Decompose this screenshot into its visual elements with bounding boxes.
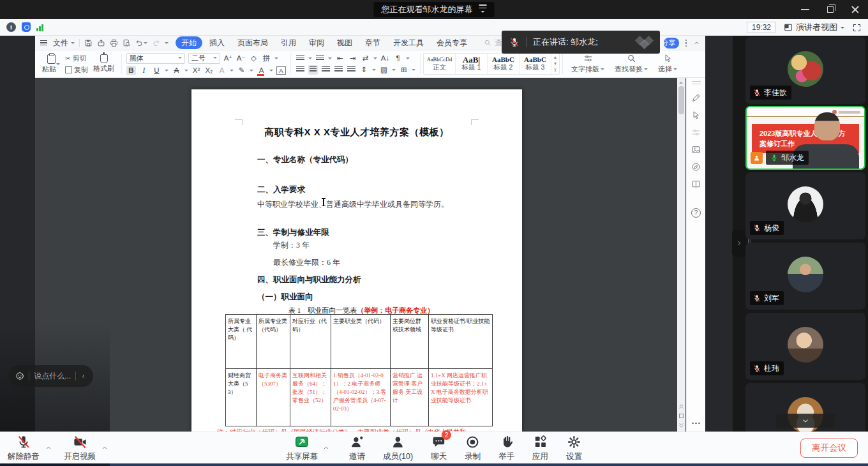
- align-center-button[interactable]: [308, 65, 318, 75]
- tab-dev-tools[interactable]: 开发工具: [387, 36, 430, 49]
- unmute-button[interactable]: 解除静音: [8, 434, 40, 462]
- chat-button[interactable]: 2 聊天: [431, 434, 447, 462]
- print-preview-icon[interactable]: [123, 39, 131, 47]
- number-list-button[interactable]: [315, 54, 325, 63]
- chat-quick-bar[interactable]: 说点什么...: [9, 365, 93, 387]
- char-border-button[interactable]: A: [276, 66, 286, 75]
- borders-button[interactable]: ⊞: [399, 65, 408, 75]
- font-color-button[interactable]: A: [257, 66, 266, 75]
- font-size-combo[interactable]: 二号: [188, 53, 220, 64]
- undo-icon[interactable]: [135, 39, 147, 47]
- sidebar-collapse-handle[interactable]: [732, 230, 746, 257]
- audio-options-chevron[interactable]: [45, 444, 52, 452]
- format-painter-button[interactable]: 格式刷: [91, 54, 117, 73]
- copy-button[interactable]: 复制: [65, 65, 88, 75]
- participant-tile[interactable]: 刘军: [745, 243, 865, 310]
- tab-member[interactable]: 会员专享: [431, 36, 473, 49]
- align-left-button[interactable]: [296, 65, 305, 75]
- start-video-button[interactable]: 开启视频: [64, 434, 96, 462]
- clear-format-button[interactable]: ◇: [249, 54, 258, 63]
- chat-collapse-icon[interactable]: [80, 373, 87, 380]
- help-icon[interactable]: ?: [691, 208, 701, 218]
- decrease-font-button[interactable]: A⁻: [236, 54, 246, 63]
- ink-pen-icon[interactable]: [691, 93, 701, 103]
- adjust-tool-icon[interactable]: [691, 128, 701, 137]
- participant-tile-active-speaker[interactable]: 2023版高职专业人才培养方 案修订工作 邹水龙: [745, 106, 865, 170]
- cut-button[interactable]: ✂剪切: [65, 54, 88, 63]
- record-button[interactable]: 录制: [465, 434, 481, 462]
- export-image-icon[interactable]: [691, 145, 701, 154]
- leave-meeting-button[interactable]: 离开会议: [800, 439, 858, 458]
- wps-share-button[interactable]: 分享: [664, 38, 679, 49]
- tab-references[interactable]: 引用: [275, 36, 302, 49]
- justify-button[interactable]: [334, 65, 343, 75]
- highlight-button[interactable]: A: [217, 66, 227, 75]
- settings-button[interactable]: 设置: [566, 434, 582, 462]
- prev-page-icon[interactable]: [678, 403, 685, 410]
- export-icon[interactable]: [97, 39, 105, 47]
- sort-button[interactable]: A↓: [380, 54, 390, 63]
- tab-review[interactable]: 审阅: [303, 36, 330, 49]
- tab-home[interactable]: 开始: [176, 36, 202, 49]
- style-heading3[interactable]: AaBbC标题 3: [520, 54, 551, 74]
- fullscreen-icon[interactable]: [852, 23, 862, 33]
- text-layout-button[interactable]: 文字排版: [567, 54, 608, 74]
- participant-tile[interactable]: 李佳歆: [745, 37, 865, 104]
- paste-button[interactable]: 粘贴: [40, 54, 63, 74]
- view-mode-button[interactable]: 演讲者视图: [784, 22, 844, 33]
- share-options-chevron[interactable]: [322, 444, 330, 452]
- emoji-icon[interactable]: [15, 371, 24, 381]
- superscript-button[interactable]: X²: [191, 66, 201, 75]
- redo-icon[interactable]: [152, 39, 160, 47]
- show-marks-button[interactable]: ¶: [393, 54, 403, 63]
- tab-insert[interactable]: 插入: [204, 36, 230, 49]
- underline-button[interactable]: U: [152, 66, 161, 75]
- document-page[interactable]: 高职专科X X X专业人才培养方案（模板） 一、专业名称（专业代码） 二、入学要…: [191, 89, 522, 432]
- tab-view[interactable]: 视图: [331, 36, 358, 49]
- collapse-ribbon-icon[interactable]: [693, 40, 700, 47]
- close-button[interactable]: [851, 6, 859, 13]
- style-normal[interactable]: AaBbCcDd正文: [424, 54, 456, 74]
- chat-input-placeholder[interactable]: 说点什么...: [34, 371, 71, 382]
- tab-page-layout[interactable]: 页面布局: [232, 36, 274, 49]
- select-button[interactable]: 选择: [654, 54, 681, 74]
- bold-button[interactable]: B: [126, 66, 136, 75]
- italic-button[interactable]: I: [139, 66, 149, 75]
- read-mode-icon[interactable]: [691, 179, 701, 189]
- align-right-button[interactable]: [321, 65, 331, 75]
- scrollbar-thumb[interactable]: [678, 86, 684, 114]
- font-name-combo[interactable]: 黑体: [126, 53, 185, 64]
- pinyin-button[interactable]: 拼: [262, 54, 271, 63]
- meeting-protect-icon[interactable]: [22, 22, 31, 32]
- next-page-icon[interactable]: [678, 422, 685, 429]
- scroll-up-arrow[interactable]: [679, 80, 683, 84]
- wps-hamburger-icon[interactable]: [40, 40, 47, 46]
- style-heading2[interactable]: AaBbC标题 2: [488, 54, 520, 74]
- navigate-icon[interactable]: [691, 162, 701, 172]
- invite-button[interactable]: 邀请: [349, 434, 365, 462]
- more-menu-icon[interactable]: [685, 40, 687, 47]
- network-signal-icon[interactable]: [36, 24, 43, 31]
- style-heading1[interactable]: AaB|标题 1: [456, 54, 488, 74]
- members-button[interactable]: 成员(10): [383, 434, 413, 462]
- share-screen-button[interactable]: 共享屏幕: [286, 434, 318, 462]
- subscript-button[interactable]: X₂: [204, 66, 214, 75]
- document-scrollbar[interactable]: [677, 78, 685, 432]
- banner-menu-icon[interactable]: [479, 4, 487, 15]
- char-scale-button[interactable]: ⇄: [361, 54, 370, 63]
- decrease-indent-button[interactable]: ⇤: [335, 54, 345, 63]
- line-spacing-button[interactable]: ⇕: [359, 65, 369, 75]
- panel-handle-icon[interactable]: [692, 81, 701, 84]
- panel-more-icon[interactable]: [692, 423, 700, 425]
- video-options-chevron[interactable]: [101, 444, 108, 452]
- pointer-tool-icon[interactable]: [691, 110, 701, 120]
- tab-section[interactable]: 章节: [359, 36, 386, 49]
- print-icon[interactable]: [110, 39, 118, 47]
- strikethrough-button[interactable]: A: [172, 66, 181, 75]
- maximize-button[interactable]: [827, 6, 834, 13]
- scroll-more-participants-button[interactable]: [776, 414, 835, 428]
- find-replace-button[interactable]: 查找替换: [611, 54, 652, 74]
- text-highlight-pen-icon[interactable]: ✎: [237, 66, 246, 75]
- minimize-button[interactable]: [801, 9, 809, 10]
- participant-tile[interactable]: 杜玮: [745, 313, 865, 380]
